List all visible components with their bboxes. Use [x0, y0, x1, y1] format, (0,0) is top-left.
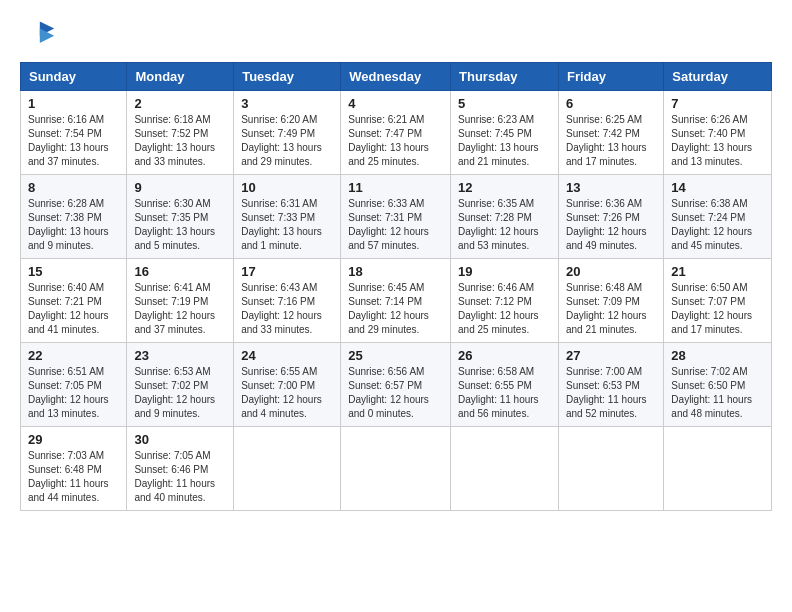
day-info: Sunrise: 6:45 AMSunset: 7:14 PMDaylight:…	[348, 281, 443, 337]
calendar-cell: 10Sunrise: 6:31 AMSunset: 7:33 PMDayligh…	[234, 175, 341, 259]
day-info: Sunrise: 6:36 AMSunset: 7:26 PMDaylight:…	[566, 197, 656, 253]
calendar-cell	[234, 427, 341, 511]
day-number: 20	[566, 264, 656, 279]
day-number: 18	[348, 264, 443, 279]
day-number: 14	[671, 180, 764, 195]
day-number: 30	[134, 432, 226, 447]
day-info: Sunrise: 6:58 AMSunset: 6:55 PMDaylight:…	[458, 365, 551, 421]
day-info: Sunrise: 7:05 AMSunset: 6:46 PMDaylight:…	[134, 449, 226, 505]
calendar-cell: 8Sunrise: 6:28 AMSunset: 7:38 PMDaylight…	[21, 175, 127, 259]
weekday-header-sunday: Sunday	[21, 63, 127, 91]
calendar-cell: 17Sunrise: 6:43 AMSunset: 7:16 PMDayligh…	[234, 259, 341, 343]
calendar-cell: 9Sunrise: 6:30 AMSunset: 7:35 PMDaylight…	[127, 175, 234, 259]
logo-icon	[20, 16, 56, 52]
calendar-cell: 15Sunrise: 6:40 AMSunset: 7:21 PMDayligh…	[21, 259, 127, 343]
calendar-cell: 18Sunrise: 6:45 AMSunset: 7:14 PMDayligh…	[341, 259, 451, 343]
calendar-cell: 3Sunrise: 6:20 AMSunset: 7:49 PMDaylight…	[234, 91, 341, 175]
calendar-cell: 5Sunrise: 6:23 AMSunset: 7:45 PMDaylight…	[451, 91, 559, 175]
day-number: 28	[671, 348, 764, 363]
day-number: 21	[671, 264, 764, 279]
day-number: 13	[566, 180, 656, 195]
day-info: Sunrise: 6:50 AMSunset: 7:07 PMDaylight:…	[671, 281, 764, 337]
day-number: 15	[28, 264, 119, 279]
calendar-week-3: 15Sunrise: 6:40 AMSunset: 7:21 PMDayligh…	[21, 259, 772, 343]
day-number: 9	[134, 180, 226, 195]
calendar-cell: 1Sunrise: 6:16 AMSunset: 7:54 PMDaylight…	[21, 91, 127, 175]
day-number: 8	[28, 180, 119, 195]
page: SundayMondayTuesdayWednesdayThursdayFrid…	[0, 0, 792, 527]
calendar-cell: 29Sunrise: 7:03 AMSunset: 6:48 PMDayligh…	[21, 427, 127, 511]
day-info: Sunrise: 6:35 AMSunset: 7:28 PMDaylight:…	[458, 197, 551, 253]
day-info: Sunrise: 6:41 AMSunset: 7:19 PMDaylight:…	[134, 281, 226, 337]
day-number: 12	[458, 180, 551, 195]
day-number: 4	[348, 96, 443, 111]
day-info: Sunrise: 7:03 AMSunset: 6:48 PMDaylight:…	[28, 449, 119, 505]
calendar-cell: 27Sunrise: 7:00 AMSunset: 6:53 PMDayligh…	[558, 343, 663, 427]
day-info: Sunrise: 6:16 AMSunset: 7:54 PMDaylight:…	[28, 113, 119, 169]
weekday-header-row: SundayMondayTuesdayWednesdayThursdayFrid…	[21, 63, 772, 91]
calendar-cell: 4Sunrise: 6:21 AMSunset: 7:47 PMDaylight…	[341, 91, 451, 175]
day-info: Sunrise: 6:33 AMSunset: 7:31 PMDaylight:…	[348, 197, 443, 253]
calendar-cell	[558, 427, 663, 511]
day-number: 11	[348, 180, 443, 195]
day-info: Sunrise: 6:43 AMSunset: 7:16 PMDaylight:…	[241, 281, 333, 337]
day-info: Sunrise: 6:56 AMSunset: 6:57 PMDaylight:…	[348, 365, 443, 421]
calendar-week-5: 29Sunrise: 7:03 AMSunset: 6:48 PMDayligh…	[21, 427, 772, 511]
calendar-cell: 20Sunrise: 6:48 AMSunset: 7:09 PMDayligh…	[558, 259, 663, 343]
day-info: Sunrise: 6:40 AMSunset: 7:21 PMDaylight:…	[28, 281, 119, 337]
calendar-cell: 21Sunrise: 6:50 AMSunset: 7:07 PMDayligh…	[664, 259, 772, 343]
calendar-cell: 6Sunrise: 6:25 AMSunset: 7:42 PMDaylight…	[558, 91, 663, 175]
calendar-cell: 22Sunrise: 6:51 AMSunset: 7:05 PMDayligh…	[21, 343, 127, 427]
calendar-cell: 12Sunrise: 6:35 AMSunset: 7:28 PMDayligh…	[451, 175, 559, 259]
calendar-cell: 7Sunrise: 6:26 AMSunset: 7:40 PMDaylight…	[664, 91, 772, 175]
calendar-cell: 16Sunrise: 6:41 AMSunset: 7:19 PMDayligh…	[127, 259, 234, 343]
day-number: 7	[671, 96, 764, 111]
day-number: 22	[28, 348, 119, 363]
calendar-cell: 13Sunrise: 6:36 AMSunset: 7:26 PMDayligh…	[558, 175, 663, 259]
weekday-header-friday: Friday	[558, 63, 663, 91]
day-info: Sunrise: 6:21 AMSunset: 7:47 PMDaylight:…	[348, 113, 443, 169]
day-info: Sunrise: 6:26 AMSunset: 7:40 PMDaylight:…	[671, 113, 764, 169]
calendar-cell	[664, 427, 772, 511]
day-number: 25	[348, 348, 443, 363]
calendar-table: SundayMondayTuesdayWednesdayThursdayFrid…	[20, 62, 772, 511]
day-number: 10	[241, 180, 333, 195]
day-number: 6	[566, 96, 656, 111]
day-number: 2	[134, 96, 226, 111]
calendar-cell: 25Sunrise: 6:56 AMSunset: 6:57 PMDayligh…	[341, 343, 451, 427]
day-info: Sunrise: 6:20 AMSunset: 7:49 PMDaylight:…	[241, 113, 333, 169]
day-info: Sunrise: 6:55 AMSunset: 7:00 PMDaylight:…	[241, 365, 333, 421]
calendar-cell: 2Sunrise: 6:18 AMSunset: 7:52 PMDaylight…	[127, 91, 234, 175]
weekday-header-thursday: Thursday	[451, 63, 559, 91]
calendar-cell: 19Sunrise: 6:46 AMSunset: 7:12 PMDayligh…	[451, 259, 559, 343]
day-number: 26	[458, 348, 551, 363]
day-info: Sunrise: 7:00 AMSunset: 6:53 PMDaylight:…	[566, 365, 656, 421]
day-info: Sunrise: 6:48 AMSunset: 7:09 PMDaylight:…	[566, 281, 656, 337]
day-number: 17	[241, 264, 333, 279]
day-info: Sunrise: 6:46 AMSunset: 7:12 PMDaylight:…	[458, 281, 551, 337]
weekday-header-tuesday: Tuesday	[234, 63, 341, 91]
day-info: Sunrise: 6:38 AMSunset: 7:24 PMDaylight:…	[671, 197, 764, 253]
day-number: 23	[134, 348, 226, 363]
day-info: Sunrise: 6:23 AMSunset: 7:45 PMDaylight:…	[458, 113, 551, 169]
day-number: 29	[28, 432, 119, 447]
calendar-cell: 11Sunrise: 6:33 AMSunset: 7:31 PMDayligh…	[341, 175, 451, 259]
weekday-header-wednesday: Wednesday	[341, 63, 451, 91]
calendar-cell	[341, 427, 451, 511]
weekday-header-saturday: Saturday	[664, 63, 772, 91]
day-number: 24	[241, 348, 333, 363]
logo	[20, 16, 62, 52]
day-info: Sunrise: 6:25 AMSunset: 7:42 PMDaylight:…	[566, 113, 656, 169]
day-info: Sunrise: 6:18 AMSunset: 7:52 PMDaylight:…	[134, 113, 226, 169]
calendar-cell: 30Sunrise: 7:05 AMSunset: 6:46 PMDayligh…	[127, 427, 234, 511]
day-info: Sunrise: 6:53 AMSunset: 7:02 PMDaylight:…	[134, 365, 226, 421]
calendar-cell: 26Sunrise: 6:58 AMSunset: 6:55 PMDayligh…	[451, 343, 559, 427]
header	[20, 16, 772, 52]
calendar-cell: 23Sunrise: 6:53 AMSunset: 7:02 PMDayligh…	[127, 343, 234, 427]
day-number: 5	[458, 96, 551, 111]
calendar-week-1: 1Sunrise: 6:16 AMSunset: 7:54 PMDaylight…	[21, 91, 772, 175]
day-info: Sunrise: 6:30 AMSunset: 7:35 PMDaylight:…	[134, 197, 226, 253]
calendar-cell	[451, 427, 559, 511]
calendar-cell: 24Sunrise: 6:55 AMSunset: 7:00 PMDayligh…	[234, 343, 341, 427]
day-info: Sunrise: 7:02 AMSunset: 6:50 PMDaylight:…	[671, 365, 764, 421]
